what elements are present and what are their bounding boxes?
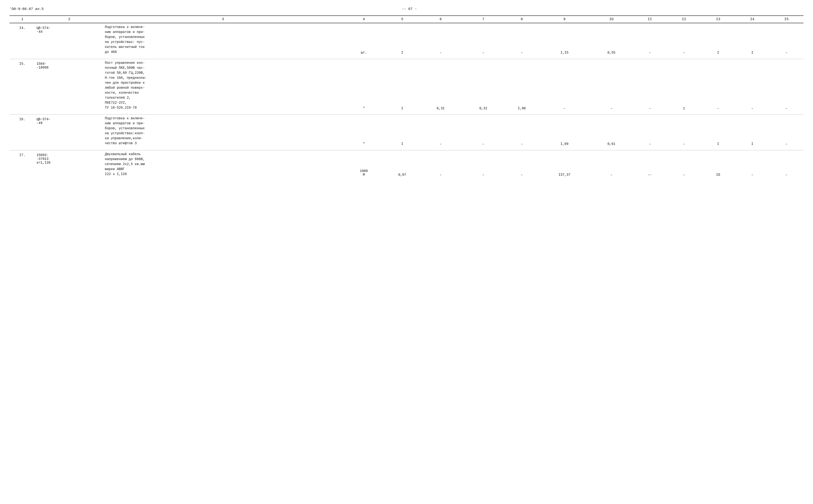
table-cell: I <box>735 23 769 55</box>
table-cell: – <box>462 150 505 178</box>
table-cell: – <box>505 150 539 178</box>
table-cell: – <box>667 150 701 178</box>
table-cell: 0,3I <box>419 59 462 111</box>
table-cell: I <box>385 23 419 55</box>
table-cell: 15093- -37013 к=1,I26 <box>35 150 103 178</box>
table-cell: – <box>419 115 462 147</box>
table-cell: –- <box>633 150 667 178</box>
table-cell: – <box>462 23 505 55</box>
col-header-2: 2 <box>35 16 103 23</box>
table-cell: 0,07 <box>385 150 419 178</box>
table-cell: – <box>633 115 667 147</box>
table-cell: 1000 М <box>342 150 385 178</box>
table-header-row: 1 2 3 4 5 6 7 8 9 IO II I2 I3 I4 I5 <box>9 16 804 23</box>
table-cell: – <box>701 59 735 111</box>
table-row: I4.ЦВ-574- -44Подготовка к включе- нию а… <box>9 23 804 55</box>
table-cell: 0,55 <box>590 23 633 55</box>
table-cell: I6. <box>9 115 35 147</box>
table-cell: – <box>505 115 539 147</box>
table-cell: Подготовка к включе- нию аппаратов и при… <box>103 23 342 55</box>
table-cell: – <box>633 23 667 55</box>
table-cell: I4. <box>9 23 35 55</box>
table-cell: – <box>633 59 667 111</box>
table-cell: I,I5 <box>539 23 590 55</box>
table-cell: – <box>419 150 462 178</box>
table-cell: – <box>419 23 462 55</box>
col-header-8: 8 <box>505 16 539 23</box>
col-header-14: I4 <box>735 16 769 23</box>
table-cell: " <box>342 59 385 111</box>
table-cell: – <box>590 59 633 111</box>
spacer-row <box>9 147 804 150</box>
spacer-row <box>9 111 804 115</box>
table-cell: 0,61 <box>590 115 633 147</box>
col-header-6: 6 <box>419 16 462 23</box>
table-cell: – <box>590 150 633 178</box>
table-cell: – <box>539 59 590 111</box>
table-row: I7.15093- -37013 к=1,I26Двухжильный кабе… <box>9 150 804 178</box>
table-row: I6.ЦВ-574- -49Подготовка к включе- нию а… <box>9 115 804 147</box>
table-cell: 1 <box>667 59 701 111</box>
table-cell: " <box>342 115 385 147</box>
table-cell: I <box>385 115 419 147</box>
doc-id: 'O0-9-80.87 ал.5 <box>9 7 44 11</box>
table-cell: – <box>769 115 804 147</box>
table-cell: – <box>769 23 804 55</box>
col-header-12: I2 <box>667 16 701 23</box>
table-cell: Пост управления кно- почный ПКЕ,500В час… <box>103 59 342 111</box>
table-cell: ЦВ-574- -44 <box>35 23 103 55</box>
table-cell: Двухжильный кабель напряжением до 660В, … <box>103 150 342 178</box>
page-header: 'O0-9-80.87 ал.5 -- 67 - <box>9 7 804 11</box>
table-cell: I <box>701 23 735 55</box>
table-cell: шт. <box>342 23 385 55</box>
page-number: -- 67 - <box>44 7 775 11</box>
col-header-11: II <box>633 16 667 23</box>
col-header-13: I3 <box>701 16 735 23</box>
table-row: I5.1504- -18098Пост управления кно- почн… <box>9 59 804 111</box>
table-cell: IO <box>701 150 735 178</box>
col-header-3: 3 <box>103 16 342 23</box>
table-cell: I,00 <box>505 59 539 111</box>
table-cell: – <box>462 115 505 147</box>
table-cell: I7. <box>9 150 35 178</box>
table-cell: – <box>667 115 701 147</box>
table-cell: – <box>769 150 804 178</box>
col-header-15: I5 <box>769 16 804 23</box>
main-table: 1 2 3 4 5 6 7 8 9 IO II I2 I3 I4 I5 I4.Ц… <box>9 15 804 181</box>
table-cell: 1504- -18098 <box>35 59 103 111</box>
table-cell: Подготовка к включе- нию аппаратов и при… <box>103 115 342 147</box>
table-cell: I5. <box>9 59 35 111</box>
table-cell: – <box>735 150 769 178</box>
table-cell: I <box>385 59 419 111</box>
table-cell: – <box>735 59 769 111</box>
col-header-7: 7 <box>462 16 505 23</box>
table-cell: I37,37 <box>539 150 590 178</box>
col-header-9: 9 <box>539 16 590 23</box>
col-header-10: IO <box>590 16 633 23</box>
table-cell: – <box>667 23 701 55</box>
col-header-5: 5 <box>385 16 419 23</box>
spacer-row <box>9 178 804 181</box>
table-cell: I <box>735 115 769 147</box>
table-cell: I <box>701 115 735 147</box>
table-cell: – <box>769 59 804 111</box>
table-cell: 0,3I <box>462 59 505 111</box>
col-header-4: 4 <box>342 16 385 23</box>
spacer-row <box>9 55 804 59</box>
table-cell: ЦВ-574- -49 <box>35 115 103 147</box>
table-cell: – <box>505 23 539 55</box>
col-header-1: 1 <box>9 16 35 23</box>
table-cell: I,09 <box>539 115 590 147</box>
